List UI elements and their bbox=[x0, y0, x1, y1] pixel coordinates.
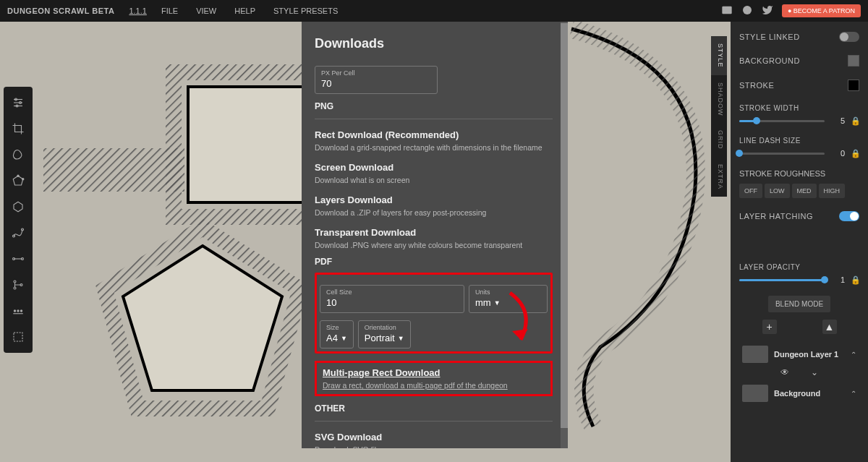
layers-download-button[interactable]: Layers Download bbox=[315, 194, 553, 205]
screen-download-button[interactable]: Screen Download bbox=[315, 162, 553, 173]
tab-extra[interactable]: EXTRA bbox=[711, 157, 727, 197]
pdf-section-label: PDF bbox=[315, 257, 553, 267]
stroke-roughness-label: STROKE ROUGHNESS bbox=[739, 169, 859, 178]
top-menu-bar: DUNGEON SCRAWL BETA 1.1.1 FILE VIEW HELP… bbox=[0, 0, 868, 22]
menu-view[interactable]: VIEW bbox=[196, 7, 216, 15]
app-brand: DUNGEON SCRAWL BETA bbox=[7, 7, 114, 15]
roughness-med[interactable]: MED bbox=[792, 184, 817, 198]
add-layer-button[interactable]: + bbox=[762, 320, 777, 334]
layer-opacity-slider[interactable] bbox=[739, 279, 825, 281]
divider bbox=[315, 421, 553, 422]
tool-line-icon[interactable] bbox=[4, 246, 33, 272]
png-section-label: PNG bbox=[315, 101, 553, 111]
svg-download-button[interactable]: SVG Download bbox=[315, 432, 553, 442]
add-image-button[interactable]: ▲ bbox=[822, 320, 837, 334]
version-link[interactable]: 1.1.1 bbox=[129, 7, 146, 15]
style-linked-toggle[interactable] bbox=[839, 32, 859, 42]
tool-sliders-icon[interactable] bbox=[4, 90, 33, 116]
line-dash-label: LINE DASH SIZE bbox=[739, 137, 859, 145]
tool-branch-icon[interactable] bbox=[4, 272, 33, 298]
downloads-title: Downloads bbox=[315, 36, 553, 51]
svg-rect-4 bbox=[43, 148, 184, 192]
multipage-download-desc: Draw a rect, download a multi-page pdf o… bbox=[323, 381, 545, 390]
style-panel: STYLE LINKED BACKGROUND STROKE STROKE WI… bbox=[731, 22, 868, 462]
layer-hatching-toggle[interactable] bbox=[839, 211, 859, 221]
tool-crop-icon[interactable] bbox=[4, 116, 33, 142]
lock-icon[interactable]: 🔒 bbox=[851, 149, 859, 158]
rect-download-button[interactable]: Rect Download (Recommended) bbox=[315, 129, 553, 140]
left-toolbar bbox=[4, 87, 33, 353]
transparent-download-button[interactable]: Transparent Download bbox=[315, 227, 553, 238]
tab-style[interactable]: STYLE bbox=[711, 36, 727, 75]
svg-point-27 bbox=[20, 310, 22, 312]
menu-file[interactable]: FILE bbox=[161, 7, 178, 15]
tool-dots-icon[interactable] bbox=[4, 298, 33, 324]
rect-download-desc: Download a grid-snapped rectangle with d… bbox=[315, 143, 553, 152]
layer-thumbnail bbox=[742, 385, 768, 402]
svg-point-15 bbox=[22, 179, 24, 180]
screen-download-desc: Download what is on screen bbox=[315, 176, 553, 184]
menu-style-presets[interactable]: STYLE PRESETS bbox=[273, 7, 338, 15]
discord-icon[interactable] bbox=[721, 4, 733, 17]
roughness-segmented: OFF LOW MED HIGH bbox=[739, 184, 859, 198]
lock-icon[interactable]: 🔒 bbox=[851, 275, 859, 284]
layer-thumbnail bbox=[742, 346, 768, 363]
multipage-download-button[interactable]: Multi-page Rect Download bbox=[323, 367, 545, 378]
stroke-width-slider[interactable] bbox=[739, 120, 825, 122]
caret-down-icon: ▼ bbox=[341, 335, 347, 342]
caret-down-icon: ▼ bbox=[398, 335, 404, 342]
divider bbox=[315, 119, 553, 119]
menu-help[interactable]: HELP bbox=[234, 7, 255, 15]
layers-download-desc: Download a .ZIP of layers for easy post-… bbox=[315, 208, 553, 217]
layer-opacity-label: LAYER OPACITY bbox=[739, 263, 859, 271]
svg-point-26 bbox=[17, 310, 19, 312]
units-select[interactable]: Units mm▼ bbox=[469, 285, 548, 313]
svg-download-desc: Download .SVG file bbox=[315, 445, 553, 448]
svg-point-0 bbox=[743, 6, 752, 14]
transparent-download-desc: Download .PNG where any white colours be… bbox=[315, 241, 553, 249]
svg-point-14 bbox=[17, 175, 19, 176]
line-dash-slider[interactable] bbox=[739, 153, 825, 155]
layer-item[interactable]: Background ⌃ bbox=[739, 380, 859, 406]
orientation-select[interactable]: Orientation Portrait▼ bbox=[358, 320, 411, 348]
chevron-up-icon[interactable]: ⌃ bbox=[851, 351, 856, 359]
svg-point-23 bbox=[14, 287, 16, 289]
style-linked-label: STYLE LINKED bbox=[739, 33, 800, 41]
svg-marker-16 bbox=[14, 202, 22, 212]
twitter-icon[interactable] bbox=[762, 4, 773, 17]
roughness-off[interactable]: OFF bbox=[739, 184, 762, 198]
layer-item[interactable]: Dungeon Layer 1 ⌃ bbox=[739, 341, 859, 367]
svg-rect-2 bbox=[188, 87, 304, 202]
tool-path-icon[interactable] bbox=[4, 220, 33, 246]
chevron-down-icon[interactable]: ⌄ bbox=[811, 367, 818, 377]
tool-select-icon[interactable] bbox=[4, 324, 33, 350]
chevron-up-icon[interactable]: ⌃ bbox=[851, 390, 856, 398]
roughness-low[interactable]: LOW bbox=[765, 184, 790, 198]
panel-scrollbar[interactable] bbox=[561, 22, 568, 448]
stroke-color-swatch[interactable] bbox=[848, 80, 859, 91]
background-color-swatch[interactable] bbox=[848, 55, 859, 67]
lock-icon[interactable]: 🔒 bbox=[851, 116, 859, 125]
reddit-icon[interactable] bbox=[741, 4, 753, 17]
tab-shadow[interactable]: SHADOW bbox=[711, 75, 727, 124]
svg-point-22 bbox=[14, 281, 16, 283]
tool-polygon-icon[interactable] bbox=[4, 168, 33, 194]
blend-mode-button[interactable]: BLEND MODE bbox=[768, 296, 830, 312]
stroke-width-label: STROKE WIDTH bbox=[739, 104, 859, 112]
tab-grid[interactable]: GRID bbox=[711, 123, 727, 157]
vertical-tabs: STYLE SHADOW GRID EXTRA bbox=[711, 36, 727, 197]
pdf-settings-highlight: Cell Size 10 Units mm▼ Size A4▼ Orientat… bbox=[315, 273, 553, 354]
size-select[interactable]: Size A4▼ bbox=[320, 320, 354, 348]
px-per-cell-field[interactable]: PX Per Cell 70 bbox=[315, 66, 438, 94]
cell-size-field[interactable]: Cell Size 10 bbox=[320, 285, 464, 313]
become-patron-button[interactable]: ● BECOME A PATRON bbox=[782, 4, 861, 17]
background-label: BACKGROUND bbox=[739, 56, 800, 65]
other-section-label: OTHER bbox=[315, 403, 553, 414]
svg-point-25 bbox=[14, 310, 15, 312]
downloads-panel: Downloads PX Per Cell 70 PNG Rect Downlo… bbox=[302, 22, 566, 448]
visibility-icon[interactable]: 👁 bbox=[780, 367, 789, 377]
tool-blob-icon[interactable] bbox=[4, 142, 33, 168]
roughness-high[interactable]: HIGH bbox=[819, 184, 846, 198]
stroke-label: STROKE bbox=[739, 81, 774, 90]
tool-hexagon-icon[interactable] bbox=[4, 194, 33, 220]
